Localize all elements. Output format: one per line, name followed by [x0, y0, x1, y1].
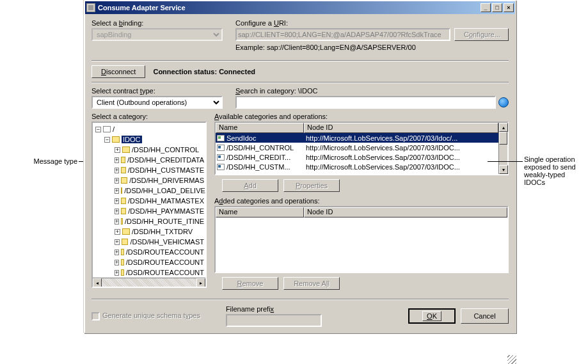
col-name[interactable]: Name — [216, 123, 304, 133]
expand-icon[interactable]: − — [95, 127, 101, 132]
expand-icon[interactable]: + — [115, 168, 119, 173]
tree-node[interactable]: +/DSD/HH_MATMASTEX — [94, 196, 204, 206]
uri-example: Example: sap://Client=800;Lang=EN@A/SAPS… — [235, 44, 509, 51]
folder-icon — [121, 269, 124, 276]
remove-button[interactable]: Remove — [222, 277, 278, 290]
ok-button[interactable]: OK — [408, 308, 456, 324]
available-label: Available categories and operations: — [214, 113, 509, 120]
folder-icon — [121, 157, 125, 163]
available-row[interactable]: /DSD/HH_CONTROLhttp://Microsoft.LobServi… — [216, 143, 498, 152]
available-header: Name Node ID — [216, 123, 498, 133]
expand-icon[interactable]: + — [115, 270, 119, 276]
expand-icon[interactable]: + — [115, 147, 120, 153]
added-header: Name Node ID — [216, 207, 507, 218]
category-label: Select a category: — [91, 113, 207, 120]
tree-root[interactable]: −/ — [94, 124, 204, 134]
available-row[interactable]: /DSD/HH_CUSTM...http://Microsoft.LobServ… — [216, 162, 498, 171]
tree-node-idoc[interactable]: −IDOC — [94, 134, 204, 145]
expand-icon[interactable]: + — [115, 249, 119, 255]
available-row[interactable]: /DSD/HH_CREDIT...http://Microsoft.LobSer… — [216, 152, 498, 162]
category-tree[interactable]: −/ −IDOC +/DSD/HH_CONTROL+/DSD/HH_CREDIT… — [91, 122, 207, 288]
maximize-button[interactable]: □ — [492, 3, 502, 12]
root-icon — [103, 126, 111, 132]
tree-scroll-h[interactable]: ◂▸ — [93, 278, 205, 287]
close-button[interactable]: × — [504, 3, 514, 12]
annotation-message-type: Message type — [34, 157, 77, 165]
unique-schema-checkbox[interactable]: Generate unique schema types — [91, 312, 200, 320]
folder-icon — [121, 259, 124, 265]
annotation-line-right — [488, 161, 523, 162]
scroll-thumb[interactable] — [499, 132, 507, 145]
operation-icon — [217, 135, 225, 141]
prefix-input[interactable] — [226, 314, 322, 327]
tree-node[interactable]: +/DSD/HH_PAYMMASTE — [94, 206, 204, 216]
cancel-button[interactable]: Cancel — [461, 308, 509, 324]
prefix-label: Filename prefix — [226, 305, 322, 313]
category-icon — [217, 145, 225, 151]
dialog-window: Consume Adapter Service _ □ × Select a b… — [84, 0, 516, 333]
tree-node[interactable]: +/DSD/HH_CREDITDATA — [94, 155, 204, 165]
tree-node[interactable]: +/DSD/HH_LOAD_DELIVE — [94, 186, 204, 196]
configure-button[interactable]: Configure... — [454, 28, 509, 41]
folder-icon — [122, 228, 130, 235]
folder-icon — [121, 187, 122, 194]
disconnect-button[interactable]: Disconnect — [91, 65, 145, 78]
tree-node[interactable]: +/DSD/HH_CUSTMASTE — [94, 165, 204, 175]
search-input[interactable] — [235, 96, 496, 109]
tree-node[interactable]: +/DSD/ROUTEACCOUNT — [94, 247, 204, 257]
scroll-left-icon[interactable]: ◂ — [93, 278, 102, 287]
added-list[interactable]: Name Node ID — [214, 206, 509, 273]
expand-icon[interactable]: + — [115, 239, 120, 245]
scroll-up-icon[interactable]: ▴ — [499, 123, 508, 132]
title-bar: Consume Adapter Service _ □ × — [85, 1, 515, 14]
scroll-down-icon[interactable]: ▾ — [499, 165, 508, 174]
category-icon — [217, 154, 225, 161]
category-icon — [217, 164, 225, 170]
folder-icon — [121, 167, 126, 173]
col-node[interactable]: Node ID — [304, 207, 507, 218]
connection-status-label: Connection status: Connected — [153, 68, 255, 75]
uri-input[interactable] — [235, 28, 450, 41]
tree-node[interactable]: +/DSD/ROUTEACCOUNT — [94, 257, 204, 267]
app-icon — [86, 3, 95, 12]
expand-icon[interactable]: + — [115, 157, 119, 163]
added-label: Added categories and operations: — [214, 197, 509, 205]
window-title: Consume Adapter Service — [98, 4, 186, 12]
folder-icon — [121, 177, 127, 184]
contract-type-label: Select contract type: — [91, 87, 223, 95]
expand-icon[interactable]: + — [115, 260, 119, 265]
expand-icon[interactable]: + — [115, 198, 119, 204]
search-go-icon[interactable] — [498, 97, 509, 107]
properties-button[interactable]: Properties — [283, 179, 340, 192]
binding-label: Select a binding: — [91, 19, 223, 27]
tree-node[interactable]: +/DSD/HH_CONTROL — [94, 145, 204, 155]
add-button[interactable]: Add — [222, 179, 278, 192]
folder-icon — [121, 198, 126, 204]
minimize-button[interactable]: _ — [481, 3, 491, 12]
uri-label: Configure a URI: — [235, 19, 509, 27]
tree-node[interactable]: +/DSD/HH_VEHICMAST — [94, 237, 204, 247]
expand-icon[interactable]: + — [115, 188, 119, 194]
expand-icon[interactable]: + — [115, 209, 119, 214]
available-list[interactable]: Name Node ID SendIdochttp://Microsoft.Lo… — [214, 122, 509, 175]
tree-node[interactable]: +/DSD/ROUTEACCOUNT — [94, 267, 204, 278]
available-scroll-v[interactable]: ▴▾ — [498, 123, 507, 174]
scroll-right-icon[interactable]: ▸ — [196, 278, 205, 287]
expand-icon[interactable]: − — [104, 137, 110, 143]
tree-node[interactable]: +/DSD/HH_DRIVERMAS — [94, 175, 204, 186]
binding-select[interactable]: sapBinding — [91, 28, 223, 41]
contract-type-select[interactable]: Client (Outbound operations) — [91, 96, 223, 109]
folder-icon — [122, 146, 130, 153]
folder-icon — [121, 218, 123, 225]
col-node[interactable]: Node ID — [304, 123, 498, 133]
resize-grip[interactable] — [507, 355, 516, 364]
expand-icon[interactable]: + — [115, 219, 119, 225]
col-name[interactable]: Name — [216, 207, 304, 218]
expand-icon[interactable]: + — [115, 178, 119, 184]
tree-node[interactable]: +/DSD/HH_TXTDRV — [94, 226, 204, 237]
search-label: Search in category: \IDOC — [235, 87, 509, 95]
expand-icon[interactable]: + — [115, 229, 120, 235]
tree-node[interactable]: +/DSD/HH_ROUTE_ITINE — [94, 216, 204, 226]
remove-all-button[interactable]: Remove All — [283, 277, 340, 290]
available-row[interactable]: SendIdochttp://Microsoft.LobServices.Sap… — [216, 133, 498, 143]
